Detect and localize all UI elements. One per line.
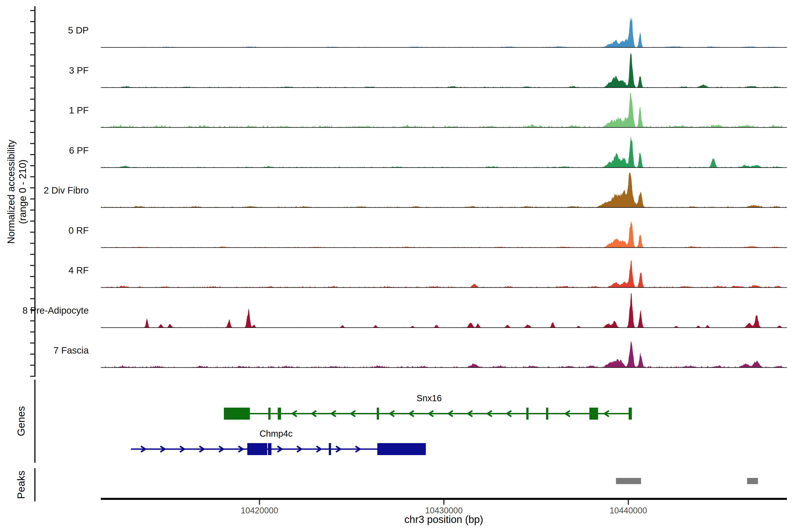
track-label-6-pf: 6 PF bbox=[69, 145, 89, 156]
gene-model-snx16 bbox=[224, 407, 632, 420]
x-tick-label-10440000: 10440000 bbox=[610, 506, 647, 515]
y-axis-minor-tick bbox=[30, 376, 35, 377]
y-axis-minor-tick bbox=[30, 43, 35, 44]
gene-exon bbox=[278, 407, 281, 420]
track-signal-0-rf bbox=[101, 221, 787, 248]
track-signal-1-pf bbox=[101, 93, 787, 128]
coverage-plot: Normalized accessibility (range 0 - 210)… bbox=[0, 0, 798, 532]
y-axis-minor-tick bbox=[30, 99, 35, 100]
y-axis-minor-tick bbox=[30, 54, 35, 55]
y-axis-minor-tick bbox=[30, 132, 35, 133]
track-signal-6-pf bbox=[101, 136, 787, 168]
y-axis-minor-tick bbox=[30, 354, 35, 355]
x-axis-tick bbox=[628, 500, 629, 505]
track-signal-4-rf bbox=[101, 261, 787, 287]
y-axis-minor-tick bbox=[30, 254, 35, 255]
peaks-section-label: Peaks bbox=[15, 471, 27, 499]
y-axis-minor-tick bbox=[30, 121, 35, 122]
y-axis-minor-tick bbox=[30, 365, 35, 366]
x-axis-tick bbox=[443, 500, 444, 505]
y-axis-minor-tick bbox=[30, 221, 35, 222]
y-axis-minor-tick bbox=[30, 276, 35, 277]
gene-exon bbox=[377, 407, 379, 420]
track-label-2-div-fibro: 2 Div Fibro bbox=[44, 185, 89, 196]
y-axis-minor-tick bbox=[30, 209, 35, 211]
x-axis-tick bbox=[259, 500, 260, 505]
y-axis-minor-tick bbox=[30, 76, 35, 78]
y-axis-minor-tick bbox=[30, 10, 35, 11]
track-label-1-pf: 1 PF bbox=[69, 105, 89, 116]
genes-section-label: Genes bbox=[15, 406, 27, 436]
x-axis-line bbox=[101, 498, 787, 500]
gene-exon bbox=[329, 443, 331, 455]
peaks-bracket-line bbox=[34, 468, 36, 501]
y-axis-minor-tick bbox=[30, 165, 35, 166]
track-signal-5-dp bbox=[101, 17, 787, 48]
gene-label-chmp4c: Chmp4c bbox=[260, 429, 292, 439]
gene-exon bbox=[268, 443, 271, 455]
x-tick-label-10430000: 10430000 bbox=[425, 506, 463, 515]
y-axis-minor-tick bbox=[30, 88, 35, 89]
gene-model-chmp4c bbox=[131, 443, 426, 455]
peak-interval-bar bbox=[747, 478, 758, 484]
plot-canvas bbox=[0, 0, 798, 532]
track-label-4-rf: 4 RF bbox=[69, 265, 89, 276]
y-axis-minor-tick bbox=[30, 342, 35, 344]
x-tick-label-10420000: 10420000 bbox=[241, 506, 278, 515]
track-label-7-fascia: 7 Fascia bbox=[53, 345, 89, 356]
track-label-5-dp: 5 DP bbox=[68, 25, 89, 36]
y-axis-minor-tick bbox=[30, 320, 35, 321]
y-axis-minor-tick bbox=[30, 287, 35, 288]
y-axis-minor-tick bbox=[30, 65, 35, 66]
y-axis-minor-tick bbox=[30, 110, 35, 111]
gene-exon bbox=[268, 407, 270, 420]
gene-label-snx16: Snx16 bbox=[417, 393, 441, 403]
y-axis-minor-tick bbox=[30, 331, 35, 332]
track-signal-2-div-fibro bbox=[101, 173, 787, 208]
track-signal-8-pre-adipocyte bbox=[101, 293, 787, 328]
track-signal-7-fascia bbox=[101, 341, 787, 367]
gene-exon bbox=[589, 407, 598, 420]
y-axis-minor-tick bbox=[30, 243, 35, 244]
genes-bracket-line bbox=[34, 380, 36, 463]
track-signal-3-pf bbox=[101, 53, 787, 88]
y-axis-label-line2: (range 0 - 210) bbox=[17, 159, 28, 224]
y-axis-minor-tick bbox=[30, 298, 35, 299]
gene-exon bbox=[224, 407, 250, 420]
y-axis-minor-tick bbox=[30, 32, 35, 33]
gene-exon bbox=[526, 407, 529, 420]
y-axis-minor-tick bbox=[30, 154, 35, 155]
gene-exon bbox=[546, 407, 548, 420]
track-label-0-rf: 0 RF bbox=[69, 225, 89, 236]
y-axis-label-line1: Normalized accessibility bbox=[5, 140, 17, 244]
gene-exon bbox=[377, 443, 426, 455]
gene-exon bbox=[247, 443, 267, 455]
gene-exon bbox=[629, 407, 632, 420]
y-axis-minor-tick bbox=[30, 21, 35, 22]
y-axis-minor-tick bbox=[30, 143, 35, 144]
peak-interval-bar bbox=[616, 478, 641, 484]
y-axis-minor-tick bbox=[30, 265, 35, 266]
track-label-3-pf: 3 PF bbox=[69, 65, 89, 76]
y-axis-minor-tick bbox=[30, 187, 35, 188]
y-axis-minor-tick bbox=[30, 232, 35, 233]
y-axis-minor-tick bbox=[30, 176, 35, 177]
y-axis-minor-tick bbox=[30, 198, 35, 200]
track-label-8-pre-adipocyte: 8 Pre-Adipocyte bbox=[22, 305, 89, 316]
